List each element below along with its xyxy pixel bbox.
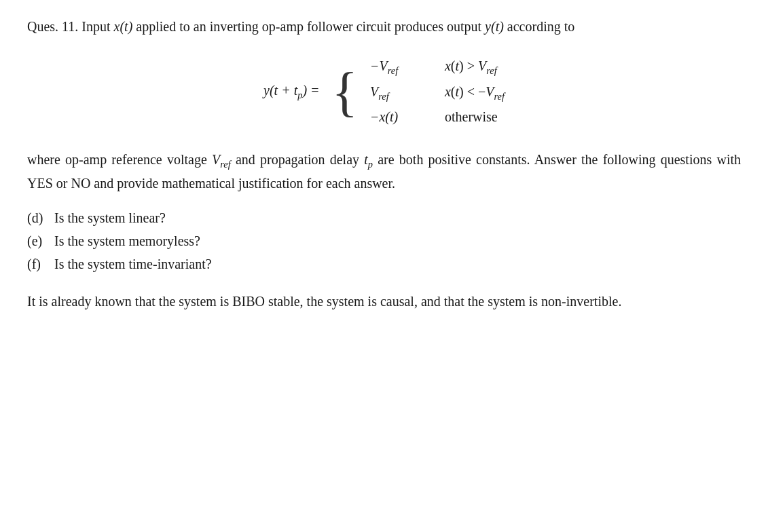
piecewise-equation: y(t + tp) = { −Vref x(t) > Vref Vref [27, 56, 741, 127]
brace-container: { −Vref x(t) > Vref Vref [332, 56, 505, 127]
vref-sub: ref [220, 159, 230, 170]
question-text-f: Is the system time-invariant? [54, 254, 212, 274]
question-text-d: Is the system linear? [54, 208, 166, 228]
lhs-tp: tp [294, 83, 303, 98]
question-label-d: (d) [27, 208, 46, 228]
equation-lhs: y(t + tp) = [263, 80, 320, 103]
xt-symbol: x(t) [114, 19, 133, 34]
question-label-e: (e) [27, 231, 46, 251]
intro3-text: according to [504, 19, 574, 34]
tp-symbol: tp [364, 152, 373, 167]
left-brace: { [332, 64, 358, 119]
case-row-3: −x(t) otherwise [370, 107, 505, 127]
case-3-value: −x(t) [370, 107, 418, 127]
tp-sub: p [368, 159, 373, 170]
where-paragraph: where op-amp reference voltage Vref and … [27, 149, 741, 194]
question-item-e: (e) Is the system memoryless? [27, 231, 741, 251]
yt-symbol: y(t) [485, 19, 504, 34]
case-row-2: Vref x(t) < −Vref [370, 81, 505, 104]
question-item-f: (f) Is the system time-invariant? [27, 254, 741, 274]
question-intro: Ques. 11. Input x(t) applied to an inver… [27, 16, 741, 37]
case-1-condition: x(t) > Vref [445, 56, 497, 79]
final-note: It is already known that the system is B… [27, 290, 741, 312]
lhs-t: t [274, 83, 278, 98]
cases-table: −Vref x(t) > Vref Vref x(t) < −Vref [370, 56, 505, 127]
case-2-condition: x(t) < −Vref [445, 81, 505, 104]
where-text-1: where op-amp reference voltage [27, 152, 212, 167]
vref-symbol: Vref [212, 152, 231, 167]
case-2-value: Vref [370, 81, 418, 104]
question-label-f: (f) [27, 254, 46, 274]
intro2-text: applied to an inverting op-amp follower … [132, 19, 485, 34]
lhs-y: y [263, 83, 270, 98]
case-row-1: −Vref x(t) > Vref [370, 56, 505, 79]
question-block: Ques. 11. Input x(t) applied to an inver… [27, 16, 741, 312]
question-text-e: Is the system memoryless? [54, 231, 200, 251]
lhs-tp-sub: p [297, 90, 302, 100]
case-1-value: −Vref [370, 56, 418, 79]
questions-list: (d) Is the system linear? (e) Is the sys… [27, 208, 741, 274]
case-3-condition: otherwise [445, 107, 498, 127]
question-number-label: Ques. 11. Input [27, 19, 114, 34]
where-text-2: and propagation delay [231, 152, 365, 167]
question-item-d: (d) Is the system linear? [27, 208, 741, 228]
